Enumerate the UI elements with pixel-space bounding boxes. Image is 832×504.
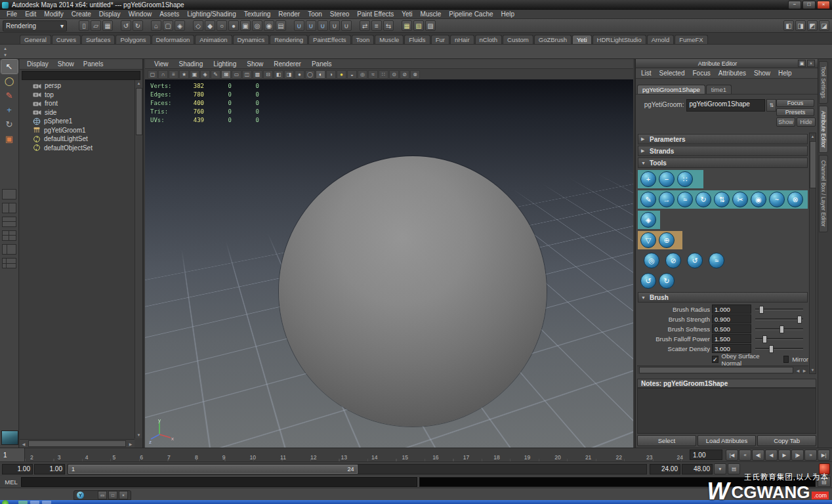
- attribute-scroll-area[interactable]: ▶ Parameters ▶ Strands ▼ Tools +−∷: [637, 133, 808, 374]
- menu-item[interactable]: Render: [274, 10, 304, 18]
- select-hierarchy-icon[interactable]: ⌂: [151, 20, 161, 31]
- attribute-slider[interactable]: [755, 325, 803, 333]
- lasso-tool[interactable]: ◯: [1, 74, 18, 88]
- construction-history-icon[interactable]: ≡: [371, 20, 382, 31]
- render-current-frame-icon[interactable]: ▦: [402, 20, 412, 31]
- mirror-checkbox[interactable]: [783, 356, 789, 363]
- shelf-tab[interactable]: HDRLightStudio: [593, 35, 646, 44]
- save-scene-icon[interactable]: ▦: [102, 20, 113, 31]
- right-tab-tool-settings[interactable]: Tool Settings: [819, 61, 828, 104]
- screen-space-ao-icon[interactable]: ◎: [358, 70, 367, 79]
- go-to-end-button[interactable]: ▶|: [818, 450, 830, 461]
- shelf-tab[interactable]: nHair: [450, 35, 474, 44]
- scroll-right-icon[interactable]: ▶: [801, 367, 808, 373]
- four-panes-layout-button[interactable]: [2, 230, 16, 241]
- textured-icon[interactable]: ◑: [326, 70, 336, 79]
- section-brush[interactable]: ▼ Brush: [638, 292, 808, 303]
- outliner-vertical-scrollbar[interactable]: ▲ ▼: [135, 80, 142, 438]
- menu-set-dropdown[interactable]: Rendering ▾: [3, 20, 67, 32]
- viewport-menu-item[interactable]: Renderer: [268, 60, 306, 68]
- title-bar[interactable]: Autodesk Maya 2014 x64: untitled* --- pg…: [0, 0, 832, 10]
- scroll-right-icon[interactable]: ▶: [127, 440, 134, 447]
- step-back-frame-button[interactable]: «: [739, 450, 751, 461]
- scroll-up-icon[interactable]: ▲: [810, 133, 816, 140]
- play-backward-button[interactable]: ◀: [765, 450, 778, 461]
- multisample-icon[interactable]: ∷: [379, 70, 388, 79]
- attribute-editor-footer-button[interactable]: Copy Tab: [757, 435, 816, 446]
- maximize-button[interactable]: □: [802, 1, 816, 9]
- mask-curves-icon[interactable]: ○: [217, 20, 227, 31]
- outliner-menu-item[interactable]: Panels: [79, 60, 108, 68]
- attribute-slider[interactable]: [755, 315, 803, 323]
- attribute-editor-menu-item[interactable]: List: [637, 70, 655, 77]
- menu-item[interactable]: Modify: [40, 10, 67, 18]
- resolution-gate-icon[interactable]: ◫: [242, 70, 252, 79]
- frame-numbers[interactable]: 23456789101112131415161718192021222324: [25, 448, 688, 461]
- section-tools[interactable]: ▼ Tools: [638, 158, 808, 168]
- viewport-canvas[interactable]: Verts:38200 Edges:78000 Faces:40000 Tris…: [145, 79, 633, 448]
- range-slider-handle[interactable]: 1 24: [68, 465, 358, 474]
- outliner-item[interactable]: defaultObjectSet: [20, 144, 142, 153]
- right-tab-attribute-editor[interactable]: Attribute Editor: [819, 106, 828, 153]
- attribute-editor-footer-button[interactable]: Select: [637, 435, 696, 446]
- repel-tool-icon[interactable]: ⊘: [665, 253, 681, 268]
- slider-handle[interactable]: [762, 335, 767, 343]
- smooth-strands-tool-icon[interactable]: ~: [769, 192, 785, 207]
- section-parameters[interactable]: ▶ Parameters: [638, 134, 808, 144]
- attribute-editor-menu-item[interactable]: Show: [750, 70, 774, 77]
- menu-item[interactable]: Muscle: [417, 10, 446, 18]
- shelf-tab[interactable]: Curves: [52, 35, 81, 44]
- flood-tool-icon[interactable]: ◈: [640, 212, 656, 228]
- taskbar-item[interactable]: [30, 501, 39, 504]
- shelf-tab[interactable]: Animation: [195, 35, 232, 44]
- attribute-slider[interactable]: [755, 345, 803, 352]
- comb-tool-icon[interactable]: ✎: [640, 192, 656, 207]
- wireframe-icon[interactable]: ◯: [305, 70, 315, 79]
- mask-misc-icon[interactable]: ▤: [276, 20, 286, 31]
- three-panes-layout-button[interactable]: [2, 244, 16, 255]
- outliner-item[interactable]: persp: [20, 81, 142, 91]
- close-button[interactable]: ×: [817, 1, 830, 9]
- shadows-icon[interactable]: ◒: [347, 70, 357, 79]
- viewport-menu-item[interactable]: View: [149, 60, 174, 68]
- 2d-pan-zoom-icon[interactable]: ◈: [200, 70, 210, 79]
- outliner-menu-item[interactable]: Display: [22, 60, 53, 68]
- notes-header[interactable]: Notes: pgYetiGroom1Shape: [637, 379, 816, 388]
- command-input-field[interactable]: [21, 477, 417, 487]
- outliner-item[interactable]: top: [20, 91, 142, 100]
- play-forward-button[interactable]: ▶: [778, 450, 791, 461]
- select-node-icon[interactable]: ⇅: [766, 99, 776, 112]
- outliner-menu-item[interactable]: Show: [53, 60, 79, 68]
- shelf-scroll-down-icon[interactable]: ▾: [1, 52, 9, 58]
- shelf-tab[interactable]: Custom: [503, 35, 533, 44]
- mask-deformations-icon[interactable]: ▣: [240, 20, 251, 31]
- menu-item[interactable]: Paint Effects: [353, 10, 398, 18]
- length-tool-icon[interactable]: ⇅: [714, 192, 730, 207]
- show-modeling-toolkit-icon[interactable]: ◧: [783, 20, 794, 31]
- viewport-menu-item[interactable]: Panels: [306, 60, 337, 68]
- gate-mask-icon[interactable]: ▩: [253, 70, 262, 79]
- outliner-item[interactable]: pgYetiGroom1: [20, 126, 142, 135]
- redo-groom-stroke-icon[interactable]: ↻: [659, 273, 675, 289]
- attribute-editor-menu-item[interactable]: Focus: [688, 70, 714, 77]
- obey-surface-normal-checkbox[interactable]: ✓: [712, 356, 718, 363]
- windows-start-button[interactable]: [2, 500, 9, 504]
- shelf-tab[interactable]: Rendering: [270, 35, 308, 44]
- scrollbar-thumb[interactable]: [28, 440, 126, 447]
- menu-item[interactable]: File: [3, 10, 21, 18]
- go-to-start-button[interactable]: |◀: [726, 450, 738, 461]
- attribute-horizontal-scrollbar[interactable]: ◀ ▶: [637, 366, 808, 374]
- shelf-tab[interactable]: Fluids: [404, 35, 430, 44]
- snap-view-plane-icon[interactable]: ∪: [329, 20, 340, 31]
- mask-surfaces-icon[interactable]: ●: [228, 20, 239, 31]
- fill-icon[interactable]: ●: [295, 70, 304, 79]
- menu-item[interactable]: Texturing: [240, 10, 275, 18]
- density-brush-tool-icon[interactable]: ∷: [677, 171, 693, 187]
- wave-tool-icon[interactable]: ≈: [677, 192, 693, 207]
- attribute-slider[interactable]: [755, 335, 803, 343]
- sculpt-tool-icon[interactable]: ▽: [640, 232, 656, 248]
- shelf-tab[interactable]: Fur: [431, 35, 449, 44]
- outliner-item[interactable]: pSphere1: [20, 117, 142, 126]
- xray-icon[interactable]: ⊗: [410, 70, 420, 79]
- redo-icon[interactable]: ↻: [133, 20, 143, 31]
